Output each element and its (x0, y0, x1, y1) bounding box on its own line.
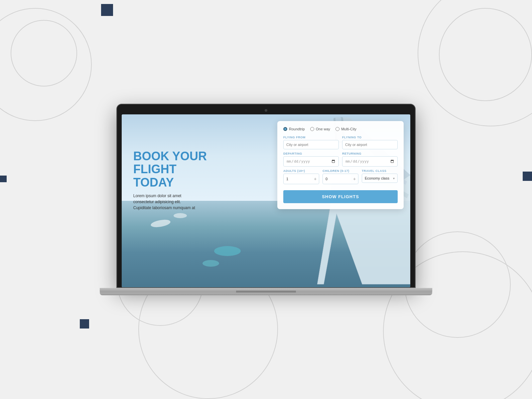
hero-title: BOOK YOUR FLIGHT TODAY (133, 149, 207, 189)
returning-group: RETURNING (342, 152, 398, 167)
adults-increment[interactable]: + (312, 174, 319, 184)
laptop-bottom-bar (100, 293, 432, 295)
bg-circle-1 (11, 20, 77, 86)
bg-circle-2 (0, 8, 92, 121)
chevron-down-icon: ▾ (393, 177, 395, 180)
flying-from-label: FLYING FROM (283, 136, 339, 139)
hero-subtitle: Lorem ipsum dolor sit amet consectetur a… (133, 193, 200, 211)
roundtrip-option[interactable]: Roundtrip (283, 127, 305, 131)
travel-class-selector[interactable]: Economy class ▾ (362, 174, 398, 183)
children-label: CHILDREN (0-17) (323, 169, 358, 173)
from-to-row: FLYING FROM FLYNING TO (283, 136, 398, 149)
camera-bar (122, 109, 410, 112)
travel-class-group: TRAVEL CLASS Economy class ▾ (362, 169, 398, 184)
travel-class-label: TRAVEL CLASS (362, 169, 398, 173)
bg-circle-5 (439, 8, 532, 101)
returning-label: RETURNING (342, 152, 398, 155)
children-increment[interactable]: + (351, 174, 358, 184)
oneway-radio[interactable] (310, 127, 314, 131)
laptop-display: BOOK YOUR FLIGHT TODAY Lorem ipsum dolor… (122, 114, 410, 287)
children-group: CHILDREN (0-17) 0 + (323, 169, 358, 184)
returning-input[interactable] (342, 156, 398, 167)
laptop: BOOK YOUR FLIGHT TODAY Lorem ipsum dolor… (100, 104, 432, 295)
show-flights-button[interactable]: SHOW FLIGHTS (283, 190, 398, 203)
laptop-base (100, 288, 432, 295)
hero-text: BOOK YOUR FLIGHT TODAY Lorem ipsum dolor… (133, 149, 207, 211)
multicity-radio[interactable] (335, 127, 339, 131)
passengers-row: ADULTS (18+) 1 + CHILDREN (0-17) 0 + (283, 169, 398, 184)
bg-square-2 (0, 176, 7, 182)
departing-label: DEPARTING (283, 152, 339, 155)
flight-background: BOOK YOUR FLIGHT TODAY Lorem ipsum dolor… (122, 114, 410, 287)
adults-label: ADULTS (18+) (283, 169, 319, 173)
trip-type-row: Roundtrip One way Multi-City (283, 127, 398, 131)
departing-group: DEPARTING (283, 152, 339, 167)
travel-class-value: Economy class (365, 176, 389, 180)
adults-value: 1 (284, 175, 312, 183)
bg-square-4 (523, 172, 532, 181)
laptop-screen: BOOK YOUR FLIGHT TODAY Lorem ipsum dolor… (116, 104, 416, 288)
oneway-option[interactable]: One way (310, 127, 330, 131)
adults-stepper: 1 + (283, 174, 319, 184)
flying-to-label: FLYNING TO (342, 136, 398, 139)
multicity-option[interactable]: Multi-City (335, 127, 356, 131)
camera (265, 109, 267, 112)
bg-square-1 (101, 4, 113, 16)
booking-panel: Roundtrip One way Multi-City (277, 121, 404, 209)
children-stepper: 0 + (323, 174, 358, 184)
children-value: 0 (323, 175, 351, 183)
flying-to-input[interactable] (342, 140, 398, 149)
flying-from-input[interactable] (283, 140, 339, 149)
flying-from-group: FLYING FROM (283, 136, 339, 149)
bg-square-3 (80, 319, 89, 329)
snow-2 (174, 213, 187, 218)
lake-2 (202, 260, 219, 267)
flying-to-group: FLYNING TO (342, 136, 398, 149)
dates-row: DEPARTING RETURNING (283, 152, 398, 167)
departing-input[interactable] (283, 156, 339, 167)
bg-circle-6 (418, 0, 532, 126)
adults-group: ADULTS (18+) 1 + (283, 169, 319, 184)
roundtrip-radio[interactable] (283, 127, 287, 131)
